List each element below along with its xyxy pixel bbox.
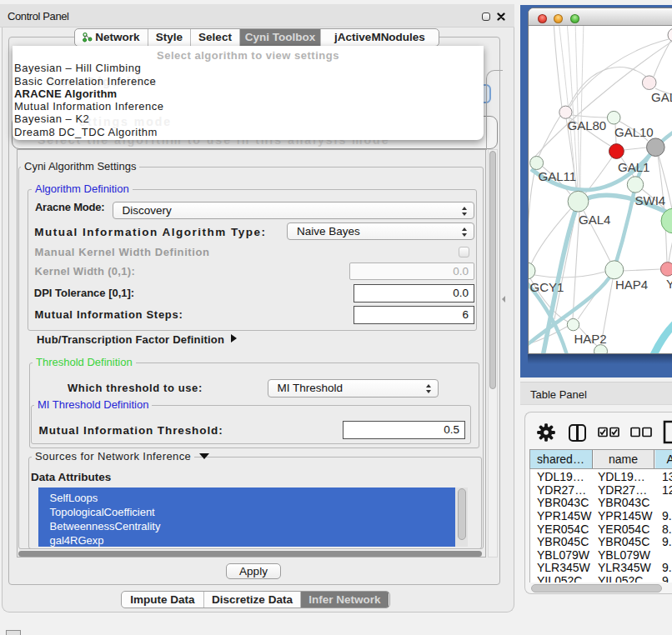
svg-text:GAL1: GAL1: [618, 160, 649, 174]
svg-text:GAL7: GAL7: [651, 90, 672, 104]
svg-text:GAL4: GAL4: [579, 212, 610, 227]
svg-text:HAP2: HAP2: [574, 332, 607, 346]
svg-text:GAL11: GAL11: [539, 169, 577, 183]
svg-text:GCY1: GCY1: [530, 280, 564, 294]
svg-text:HAP4: HAP4: [615, 278, 648, 292]
svg-text:Y: Y: [666, 277, 672, 291]
svg-text:GAL10: GAL10: [614, 125, 654, 139]
svg-text:GAL80: GAL80: [568, 118, 607, 132]
svg-text:SWI4: SWI4: [635, 193, 666, 208]
